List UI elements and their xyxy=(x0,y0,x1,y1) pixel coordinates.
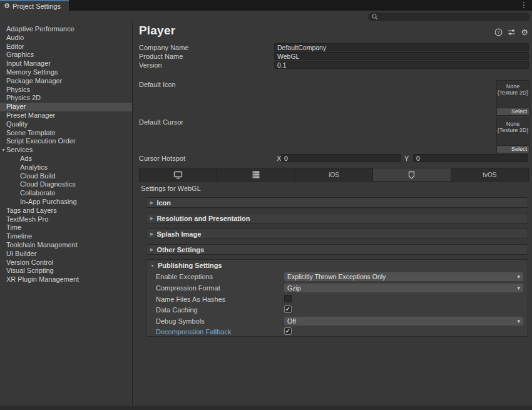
sidebar-item-quality[interactable]: Quality xyxy=(0,120,132,129)
sidebar-item-graphics[interactable]: Graphics xyxy=(0,51,132,59)
enable-exceptions-label: Enable Exceptions xyxy=(156,273,213,280)
settings-sidebar: Adaptive PerformanceAudioEditorGraphicsI… xyxy=(0,23,132,406)
sidebar-item-cloud-build[interactable]: Cloud Build xyxy=(0,172,132,181)
company-name-label: Company Name xyxy=(139,44,188,51)
name-files-as-hashes-checkbox[interactable]: ✓ xyxy=(284,295,292,302)
sidebar-item-label: Cloud Build xyxy=(20,172,55,180)
texture-none-text: None xyxy=(497,83,529,90)
sidebar-item-adaptive-performance[interactable]: Adaptive Performance xyxy=(0,25,132,34)
dropdown-value: Explicitly Thrown Exceptions Only xyxy=(287,273,386,280)
sidebar-item-physics-2d[interactable]: Physics 2D xyxy=(0,94,132,103)
tab-ios[interactable]: iOS xyxy=(295,168,373,181)
sidebar-item-services[interactable]: ▼Services xyxy=(0,146,132,155)
section-splash-image[interactable]: ▶ Splash Image xyxy=(146,228,528,239)
data-caching-checkbox[interactable]: ✓ xyxy=(284,305,292,313)
sidebar-item-label: Quality xyxy=(6,120,28,128)
sidebar-item-label: Version Control xyxy=(6,259,53,266)
document-tab-strip: ⚙ Project Settings ⋮ xyxy=(0,0,532,11)
sidebar-item-label: Preset Manager xyxy=(6,111,55,119)
player-settings-panel: Player ? ⚙ Company Name DefaultCompany P… xyxy=(133,23,532,406)
search-input[interactable] xyxy=(381,13,526,21)
foldout-collapsed-icon: ▶ xyxy=(150,216,153,221)
default-icon-object-field[interactable]: None (Texture 2D) Select xyxy=(496,80,529,116)
decompression-fallback-label: Decompression Fallback xyxy=(156,328,231,336)
sidebar-item-ui-builder[interactable]: UI Builder xyxy=(0,250,132,259)
section-other-settings[interactable]: ▶ Other Settings xyxy=(146,244,528,255)
gear-icon: ⚙ xyxy=(4,3,10,9)
gear-icon[interactable]: ⚙ xyxy=(521,28,528,36)
sidebar-item-memory-settings[interactable]: Memory Settings xyxy=(0,68,132,77)
section-icon[interactable]: ▶ Icon xyxy=(146,197,528,208)
hotspot-y-field[interactable]: 0 xyxy=(413,154,528,162)
sidebar-item-xr-plugin-management[interactable]: XR Plugin Management xyxy=(0,275,132,284)
presets-icon[interactable] xyxy=(508,29,516,36)
enable-exceptions-dropdown[interactable]: Explicitly Thrown Exceptions Only ▾ xyxy=(284,272,523,281)
sidebar-item-physics[interactable]: Physics xyxy=(0,86,132,95)
sidebar-item-label: In-App Purchasing xyxy=(20,198,77,205)
sidebar-item-audio[interactable]: Audio xyxy=(0,34,132,43)
sidebar-item-analytics[interactable]: Analytics xyxy=(0,163,132,172)
sidebar-item-toolchain-management[interactable]: Toolchain Management xyxy=(0,241,132,250)
sidebar-item-tags-and-layers[interactable]: Tags and Layers xyxy=(0,207,132,215)
kebab-menu-icon[interactable]: ⋮ xyxy=(520,1,528,9)
sidebar-item-editor[interactable]: Editor xyxy=(0,43,132,51)
sidebar-item-ads[interactable]: Ads xyxy=(0,155,132,163)
decompression-fallback-checkbox[interactable]: ✓ xyxy=(284,327,292,335)
tab-dedicated-server[interactable] xyxy=(217,168,295,181)
settings-search-box[interactable] xyxy=(368,13,530,21)
hotspot-x-field[interactable]: 0 xyxy=(281,154,401,162)
sidebar-item-label: Physics xyxy=(6,86,30,93)
sidebar-item-input-manager[interactable]: Input Manager xyxy=(0,59,132,68)
name-files-as-hashes-label: Name Files As Hashes xyxy=(156,295,225,303)
chevron-down-icon: ▾ xyxy=(517,318,520,324)
version-field[interactable]: 0.1 xyxy=(274,61,529,69)
company-name-field[interactable]: DefaultCompany xyxy=(274,43,529,51)
sidebar-item-preset-manager[interactable]: Preset Manager xyxy=(0,111,132,120)
cursor-hotspot-label: Cursor Hotspot xyxy=(139,155,185,162)
sidebar-item-player[interactable]: Player xyxy=(0,103,132,111)
sidebar-item-label: TextMesh Pro xyxy=(6,215,48,223)
sidebar-item-label: Input Manager xyxy=(6,59,51,67)
project-settings-window: ⚙ Project Settings ⋮ Adaptive Performanc… xyxy=(0,0,532,410)
platform-tab-bar: iOS tvOS xyxy=(139,168,529,182)
sidebar-item-timeline[interactable]: Timeline xyxy=(0,232,132,241)
sidebar-item-label: Visual Scripting xyxy=(6,267,54,274)
sidebar-item-in-app-purchasing[interactable]: In-App Purchasing xyxy=(0,198,132,207)
section-label: Other Settings xyxy=(156,246,204,254)
help-icon[interactable]: ? xyxy=(494,28,503,36)
sidebar-item-label: Toolchain Management xyxy=(6,241,78,249)
tab-project-settings[interactable]: ⚙ Project Settings xyxy=(0,0,69,11)
sidebar-item-collaborate[interactable]: Collaborate xyxy=(0,189,132,198)
publishing-settings-header[interactable]: ▼ Publishing Settings xyxy=(150,262,222,269)
debug-symbols-label: Debug Symbols xyxy=(156,317,205,325)
product-name-field[interactable]: WebGL xyxy=(274,52,529,60)
sidebar-item-script-execution-order[interactable]: Script Execution Order xyxy=(0,137,132,146)
sidebar-item-package-manager[interactable]: Package Manager xyxy=(0,77,132,86)
sidebar-item-time[interactable]: Time xyxy=(0,223,132,232)
sidebar-item-scene-template[interactable]: Scene Template xyxy=(0,129,132,138)
sidebar-item-cloud-diagnostics[interactable]: Cloud Diagnostics xyxy=(0,180,132,189)
foldout-collapsed-icon: ▶ xyxy=(150,247,153,252)
sidebar-item-textmesh-pro[interactable]: TextMesh Pro xyxy=(0,215,132,224)
default-icon-select-button[interactable]: Select xyxy=(497,108,529,115)
sidebar-item-version-control[interactable]: Version Control xyxy=(0,259,132,267)
sidebar-item-visual-scripting[interactable]: Visual Scripting xyxy=(0,267,132,275)
debug-symbols-dropdown[interactable]: Off ▾ xyxy=(284,317,523,325)
default-cursor-object-field[interactable]: None (Texture 2D) Select xyxy=(496,118,529,153)
foldout-collapsed-icon: ▶ xyxy=(150,232,153,237)
sidebar-item-label: Analytics xyxy=(20,163,48,171)
tab-webgl[interactable] xyxy=(373,168,451,181)
sidebar-item-label: UI Builder xyxy=(6,250,36,257)
default-cursor-select-button[interactable]: Select xyxy=(497,145,529,153)
sidebar-item-label: Scene Template xyxy=(6,129,56,136)
section-label: Splash Image xyxy=(156,230,201,238)
compression-format-dropdown[interactable]: Gzip ▾ xyxy=(284,284,523,292)
tab-standalone[interactable] xyxy=(140,168,217,181)
server-icon xyxy=(252,171,260,178)
section-resolution-and-presentation[interactable]: ▶ Resolution and Presentation xyxy=(146,213,528,223)
sidebar-item-label: Ads xyxy=(20,155,32,162)
tab-tvos[interactable]: tvOS xyxy=(451,168,528,181)
svg-text:?: ? xyxy=(498,29,501,35)
foldout-expanded-icon[interactable]: ▼ xyxy=(1,146,6,155)
sidebar-item-label: Timeline xyxy=(6,232,32,240)
